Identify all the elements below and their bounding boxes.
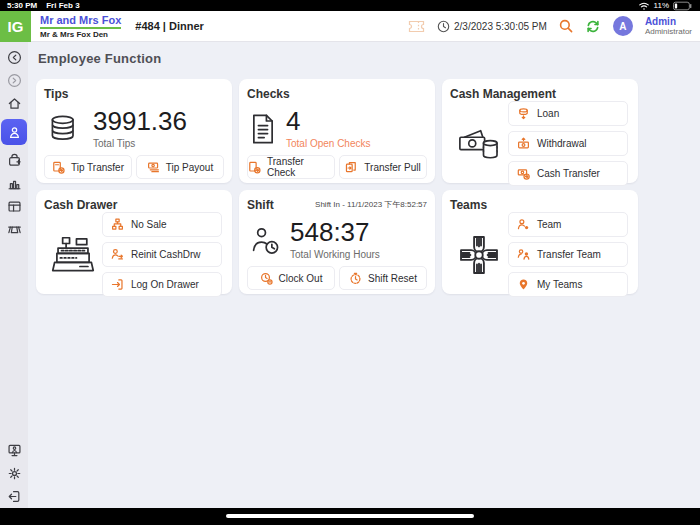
logout-icon[interactable]: [7, 489, 22, 504]
refresh-icon[interactable]: [585, 19, 601, 34]
no-sale-icon: [111, 218, 124, 231]
clock-out-button[interactable]: Clock Out: [247, 266, 335, 290]
ticket-icon[interactable]: [408, 20, 425, 33]
ios-status-bar: 5:30 PM Fri Feb 3 11%: [0, 0, 700, 11]
tip-payout-icon: [147, 161, 160, 174]
clock-out-icon: [260, 272, 273, 285]
battery-icon: [673, 1, 693, 11]
page-title: Employee Function: [38, 51, 700, 66]
main-content: Employee Function Tips 3991.36: [28, 42, 700, 508]
card-grid: Tips 3991.36 Total Tips: [32, 79, 700, 294]
tip-transfer-button[interactable]: Tip Transfer: [44, 155, 132, 179]
chevron-left-circle-icon[interactable]: [7, 50, 22, 65]
my-teams-label: My Teams: [537, 279, 582, 290]
cash-drawer-title: Cash Drawer: [44, 198, 117, 212]
user-block[interactable]: Admin Administrator: [645, 16, 692, 37]
transfer-pull-button[interactable]: Transfer Pull: [339, 155, 427, 179]
home-indicator[interactable]: [226, 514, 474, 518]
transfer-check-button[interactable]: Transfer Check: [247, 155, 335, 179]
cash-management-title: Cash Management: [450, 87, 556, 101]
cash-management-card: Cash Management: [442, 79, 638, 183]
avatar[interactable]: A: [613, 16, 633, 36]
sidebar: [0, 42, 28, 508]
loan-label: Loan: [537, 108, 559, 119]
tip-payout-label: Tip Payout: [166, 162, 213, 173]
tips-value: 3991.36: [93, 108, 187, 135]
bag-plus-icon[interactable]: [7, 153, 22, 168]
app-logo: IG: [0, 11, 31, 42]
search-icon[interactable]: [559, 19, 573, 33]
reinit-cashdrawer-icon: [111, 248, 124, 261]
my-teams-button[interactable]: My Teams: [508, 272, 628, 297]
gear-icon[interactable]: [7, 466, 22, 481]
home-icon[interactable]: [7, 96, 22, 111]
tip-transfer-label: Tip Transfer: [71, 162, 124, 173]
team-icon: [517, 218, 530, 231]
withdrawal-icon: [517, 137, 530, 150]
cash-transfer-button[interactable]: Cash Transfer: [508, 161, 628, 186]
my-teams-icon: [517, 278, 530, 291]
header-datetime: 2/3/2023 5:30:05 PM: [454, 21, 547, 32]
status-time: 5:30 PM: [7, 1, 37, 10]
transfer-pull-label: Transfer Pull: [364, 162, 420, 173]
table-icon[interactable]: [7, 222, 22, 237]
employee-clock-icon: [249, 224, 281, 256]
cash-coins-icon: [456, 126, 502, 162]
teams-title: Teams: [450, 198, 487, 212]
reinit-cashdrawer-label: Reinit CashDrw: [131, 249, 200, 260]
shift-card: Shift Shift In - 11/1/2023 下午8:52:57 548…: [239, 190, 435, 294]
team-button[interactable]: Team: [508, 212, 628, 237]
app-header: IG Mr and Mrs Fox Mr & Mrs Fox Den #484 …: [0, 11, 700, 42]
wifi-icon: [638, 1, 650, 11]
transfer-check-icon: [248, 161, 261, 174]
user-role: Administrator: [645, 27, 692, 36]
user-name: Admin: [645, 16, 692, 28]
shift-reset-button[interactable]: Shift Reset: [339, 266, 427, 290]
clock-out-label: Clock Out: [279, 273, 323, 284]
checks-value: 4: [286, 108, 371, 135]
panel-layout-icon[interactable]: [7, 199, 22, 214]
sidebar-item-employee[interactable]: [1, 119, 27, 145]
chevron-right-circle-icon[interactable]: [7, 73, 22, 88]
transfer-check-label: Transfer Check: [267, 156, 334, 178]
log-on-drawer-button[interactable]: Log On Drawer: [102, 272, 222, 297]
withdrawal-button[interactable]: Withdrawal: [508, 131, 628, 156]
no-sale-button[interactable]: No Sale: [102, 212, 222, 237]
app-screen: 5:30 PM Fri Feb 3 11% IG Mr and Mrs Fox …: [0, 0, 700, 525]
tips-caption: Total Tips: [93, 138, 187, 149]
battery-percent: 11%: [654, 1, 669, 10]
check-info: #484 | Dinner: [135, 20, 204, 32]
shift-reset-icon: [349, 272, 362, 285]
reinit-cashdrawer-button[interactable]: Reinit CashDrw: [102, 242, 222, 267]
chart-icon[interactable]: [7, 176, 22, 191]
transfer-team-button[interactable]: Transfer Team: [508, 242, 628, 267]
cash-transfer-label: Cash Transfer: [537, 168, 600, 179]
tip-payout-button[interactable]: Tip Payout: [136, 155, 224, 179]
team-label: Team: [537, 219, 561, 230]
check-document-icon: [249, 113, 277, 145]
shift-title: Shift: [247, 198, 274, 212]
teams-card: Teams: [442, 190, 638, 294]
status-date: Fri Feb 3: [46, 1, 79, 10]
venue-block[interactable]: Mr and Mrs Fox Mr & Mrs Fox Den: [40, 14, 121, 39]
checks-caption: Total Open Checks: [286, 138, 371, 149]
log-on-drawer-label: Log On Drawer: [131, 279, 199, 290]
shift-reset-label: Shift Reset: [368, 273, 417, 284]
no-sale-label: No Sale: [131, 219, 167, 230]
monitor-person-icon[interactable]: [7, 443, 22, 458]
log-on-drawer-icon: [111, 278, 124, 291]
ios-bottom-bar: [0, 508, 700, 525]
transfer-team-icon: [517, 248, 530, 261]
withdrawal-label: Withdrawal: [537, 138, 586, 149]
loan-button[interactable]: Loan: [508, 101, 628, 126]
teamwork-hands-icon: [456, 232, 502, 278]
venue-name: Mr and Mrs Fox: [40, 14, 121, 29]
checks-title: Checks: [247, 87, 290, 101]
loan-icon: [517, 107, 530, 120]
clock-icon: [437, 20, 450, 33]
cash-drawer-card: Cash Drawer: [36, 190, 232, 294]
cash-register-icon: [50, 236, 96, 274]
cash-transfer-icon: [517, 167, 530, 180]
transfer-team-label: Transfer Team: [537, 249, 601, 260]
transfer-pull-icon: [345, 161, 358, 174]
